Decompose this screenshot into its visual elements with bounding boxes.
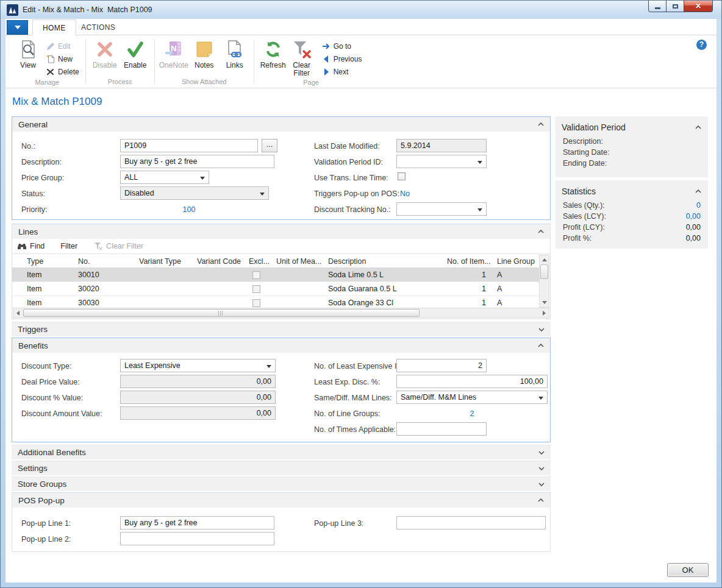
description-field[interactable] [120, 155, 274, 168]
new-button[interactable]: New [43, 52, 82, 65]
discount-tracking-dropdown[interactable] [396, 202, 487, 216]
chevron-up-icon[interactable] [695, 125, 702, 130]
next-button[interactable]: Next [319, 65, 365, 78]
benefits-header[interactable]: Benefits [12, 338, 550, 353]
assist-edit-button[interactable]: ... [262, 139, 277, 152]
clear-filter-button[interactable]: Clear Filter [288, 37, 315, 77]
price-group-dropdown[interactable]: ALL [120, 171, 209, 184]
stat-sales-lcy-value[interactable]: 0,00 [686, 212, 701, 221]
least-disc-field[interactable] [396, 375, 548, 388]
titlebar[interactable]: Edit - Mix & Match - Mix Match P1009 ✕ [1, 1, 721, 19]
find-binoculars-icon [17, 241, 27, 251]
chevron-down-icon[interactable] [538, 450, 545, 455]
chevron-down-icon[interactable] [538, 327, 545, 332]
notes-icon [195, 40, 214, 59]
notes-button[interactable]: Notes [189, 37, 220, 69]
dropdown-arrow-icon [538, 397, 543, 400]
statistics-title[interactable]: Statistics [556, 180, 708, 200]
ok-button[interactable]: OK [667, 563, 709, 577]
chevron-up-icon[interactable] [537, 229, 545, 234]
scroll-up-arrow[interactable] [542, 258, 547, 261]
lines-toolbar: Find Filter Clear Filter [12, 239, 550, 254]
tab-actions[interactable]: ACTIONS [71, 19, 125, 35]
onenote-button[interactable]: N OneNote [159, 37, 189, 69]
fasttab-store-groups[interactable]: Store Groups [12, 476, 551, 491]
stat-sales-qty-value[interactable]: 0 [696, 201, 701, 210]
popup-line1-label: Pop-up Line 1: [21, 519, 71, 528]
popup-line3-field[interactable] [396, 516, 546, 530]
col-variant-type[interactable]: Variant Type [134, 255, 192, 268]
general-header[interactable]: General [12, 117, 550, 132]
stat-sales-qty: Sales (Qty.):0 [556, 200, 708, 211]
onenote-icon: N [164, 40, 184, 59]
enable-button[interactable]: Enable [120, 37, 151, 69]
validation-period-id-dropdown[interactable] [396, 155, 487, 168]
col-no[interactable]: No. [73, 255, 134, 268]
popup-line3-label: Pop-up Line 3: [314, 519, 363, 528]
validation-period-title[interactable]: Validation Period [556, 116, 708, 136]
col-description[interactable]: Description [323, 255, 442, 268]
ribbon-body: View Edit New [5, 36, 717, 88]
scroll-down-arrow[interactable] [542, 301, 547, 304]
table-row[interactable]: Item 30030 Soda Orange 33 Cl 1 A [12, 296, 540, 307]
chevron-up-icon[interactable] [695, 189, 702, 194]
find-button[interactable]: Find [17, 241, 45, 251]
fasttab-settings[interactable]: Settings [12, 461, 551, 475]
lines-header[interactable]: Lines [12, 224, 550, 239]
line-groups-value[interactable]: 2 [396, 409, 548, 418]
last-date-label: Last Date Modified: [314, 142, 380, 151]
filter-button[interactable]: Filter [60, 242, 77, 250]
chevron-up-icon[interactable] [537, 122, 545, 127]
minimize-button[interactable] [648, 1, 667, 12]
goto-button[interactable]: Go to [319, 40, 365, 52]
scroll-right-arrow[interactable] [543, 311, 546, 316]
fasttab-lines: Lines Find Filter Clear Filter [12, 224, 551, 319]
col-line-group[interactable]: Line Group [492, 255, 541, 268]
view-button[interactable]: View [13, 37, 43, 69]
no-field[interactable] [120, 139, 258, 152]
scroll-left-arrow[interactable] [16, 311, 20, 316]
table-row[interactable]: Item 30010 Soda Lime 0.5 L 1 A [12, 268, 540, 282]
links-button[interactable]: Links [220, 37, 250, 69]
chevron-up-icon[interactable] [537, 343, 545, 348]
close-button[interactable]: ✕ [684, 1, 713, 12]
table-vertical-scrollbar[interactable] [539, 255, 549, 308]
app-menu-button[interactable] [7, 20, 28, 35]
table-row[interactable]: Item 30020 Soda Guarana 0.5 L 1 A [12, 282, 540, 296]
disable-button[interactable]: Disable [90, 37, 120, 69]
col-excl[interactable]: Excl... [244, 255, 271, 268]
triggers-popup-value[interactable]: No [400, 190, 410, 198]
priority-value[interactable]: 100 [120, 205, 258, 214]
ribbon-group-manage: View Edit New [9, 36, 85, 88]
same-diff-dropdown[interactable]: Same/Diff. M&M Lines [396, 391, 548, 404]
col-unit-of-measure[interactable]: Unit of Mea... [271, 255, 323, 268]
fb-field-starting-date: Starting Date: [556, 147, 708, 158]
least-items-field[interactable] [396, 359, 487, 372]
refresh-button[interactable]: Refresh [258, 37, 288, 69]
fasttab-additional-benefits[interactable]: Additional Benefits [12, 445, 551, 459]
tab-home[interactable]: HOME [32, 19, 76, 35]
status-dropdown[interactable]: Disabled [120, 186, 269, 200]
delete-button[interactable]: Delete [43, 65, 82, 78]
chevron-up-icon[interactable] [537, 498, 545, 503]
popup-line1-field[interactable] [120, 516, 274, 530]
popup-line2-label: Pop-up Line 2: [21, 535, 71, 544]
fasttab-triggers[interactable]: Triggers [12, 322, 551, 336]
col-variant-code[interactable]: Variant Code [192, 255, 244, 268]
chevron-down-icon[interactable] [538, 466, 545, 471]
discount-type-dropdown[interactable]: Least Expensive [120, 359, 276, 372]
table-horizontal-scrollbar[interactable] [13, 308, 549, 318]
chevron-down-icon[interactable] [538, 482, 545, 487]
popup-line2-field[interactable] [120, 532, 274, 545]
previous-button[interactable]: Previous [319, 52, 365, 65]
maximize-button[interactable] [667, 1, 684, 12]
clear-filter-toolbar-button[interactable]: Clear Filter [93, 241, 143, 251]
edit-button[interactable]: Edit [43, 40, 82, 52]
pos-popup-header[interactable]: POS Pop-up [12, 493, 550, 508]
col-no-of-items[interactable]: No. of Item... [442, 255, 492, 268]
use-trans-checkbox[interactable] [398, 172, 406, 180]
delete-x-icon [46, 67, 55, 77]
scrollbar-thumb[interactable] [540, 264, 548, 279]
col-type[interactable]: Type [12, 255, 73, 268]
times-applicable-field[interactable] [396, 422, 487, 436]
